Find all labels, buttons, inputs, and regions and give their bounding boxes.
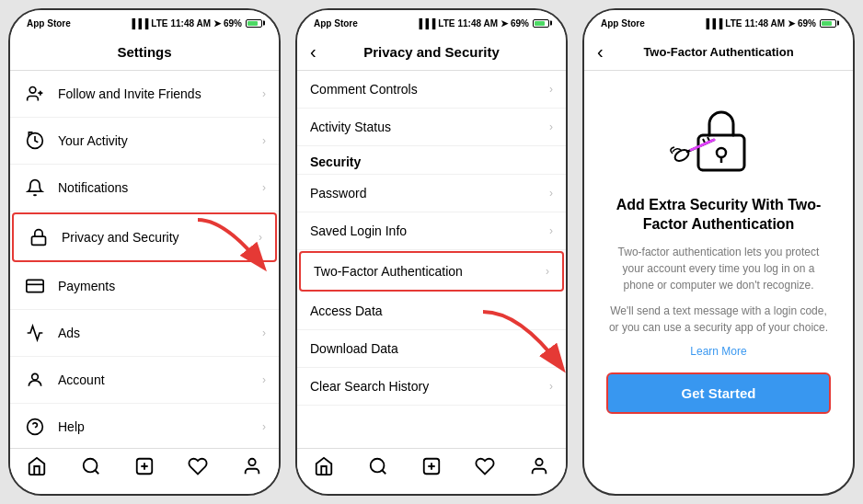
battery-pct-3: 69%: [798, 18, 816, 29]
activity-chevron: ›: [262, 134, 266, 147]
tfa-desc1: Two-factor authentication lets you prote…: [606, 244, 831, 293]
bottom-tab-bar-2: [297, 448, 566, 494]
notifications-icon: [23, 176, 47, 200]
privacy-item-activity[interactable]: Activity Status ›: [297, 109, 566, 146]
arrow-2: ➤: [501, 18, 508, 29]
battery-pct-1: 69%: [224, 18, 242, 29]
battery-icon-1: [246, 19, 262, 28]
tab-like-1[interactable]: [188, 456, 208, 481]
ads-chevron: ›: [262, 326, 266, 339]
privacy-item-2fa[interactable]: Two-Factor Authentication ›: [299, 251, 564, 292]
signal-2: ▐▐▐: [416, 18, 435, 29]
tfa-learn-more[interactable]: Learn More: [690, 345, 746, 358]
bottom-tab-bar-1: [10, 448, 279, 494]
privacy-item-password[interactable]: Password ›: [297, 175, 566, 212]
privacy-item-access[interactable]: Access Data: [297, 292, 566, 330]
tab-home-1[interactable]: [27, 456, 47, 481]
privacy-item-saved-login[interactable]: Saved Login Info ›: [297, 212, 566, 250]
back-button-2[interactable]: ‹: [310, 41, 316, 63]
phone-privacy: App Store ▐▐▐ LTE 11:48 AM ➤ 69% ‹ Priva…: [295, 8, 568, 496]
notifications-chevron: ›: [262, 181, 266, 194]
privacy-menu: Comment Controls › Activity Status › Sec…: [297, 71, 566, 448]
settings-item-ads[interactable]: Ads ›: [10, 310, 279, 357]
tab-home-2[interactable]: [314, 456, 334, 481]
svg-point-24: [535, 459, 542, 465]
activity-icon: [23, 129, 47, 153]
network-1: LTE: [151, 18, 167, 29]
two-fa-label: Two-Factor Authentication: [314, 264, 546, 279]
tab-add-2[interactable]: [421, 456, 442, 481]
two-fa-chevron: ›: [546, 265, 549, 278]
nav-header-3: ‹ Two-Factor Authentication: [584, 34, 853, 71]
account-chevron: ›: [262, 373, 266, 386]
privacy-item-comment[interactable]: Comment Controls ›: [297, 71, 566, 109]
settings-item-account[interactable]: Account ›: [10, 357, 279, 404]
tfa-desc2: We'll send a text message with a login c…: [606, 303, 831, 336]
notifications-label: Notifications: [58, 180, 262, 195]
saved-login-chevron: ›: [549, 224, 553, 237]
carrier-3: App Store: [601, 18, 645, 29]
svg-point-18: [248, 459, 255, 465]
signal-1: ▐▐▐: [129, 18, 148, 29]
battery-fill-2: [535, 21, 545, 26]
svg-line-31: [708, 137, 709, 141]
settings-item-follow[interactable]: Follow and Invite Friends ›: [10, 71, 279, 118]
settings-item-activity[interactable]: Your Activity ›: [10, 118, 279, 165]
activity-status-label: Activity Status: [310, 120, 549, 134]
status-bar-1: App Store ▐▐▐ LTE 11:48 AM ➤ 69%: [10, 10, 279, 34]
password-label: Password: [310, 186, 549, 200]
signal-3: ▐▐▐: [703, 18, 722, 29]
settings-item-notifications[interactable]: Notifications ›: [10, 165, 279, 212]
svg-point-13: [83, 459, 97, 473]
battery-icon-3: [820, 19, 836, 28]
time-3: 11:48 AM: [744, 18, 785, 29]
svg-rect-5: [27, 280, 43, 292]
time-2: 11:48 AM: [457, 18, 498, 29]
settings-item-privacy[interactable]: Privacy and Security ›: [12, 212, 277, 262]
arrow-3: ➤: [788, 18, 795, 29]
settings-menu: Follow and Invite Friends › Your Activit…: [10, 71, 279, 448]
settings-item-help[interactable]: Help ›: [10, 404, 279, 448]
tab-search-2[interactable]: [368, 456, 388, 481]
battery-fill-3: [822, 21, 832, 26]
privacy-icon: [27, 225, 51, 249]
status-right-1: ▐▐▐ LTE 11:48 AM ➤ 69%: [129, 18, 262, 29]
help-icon: [23, 415, 47, 439]
network-2: LTE: [438, 18, 455, 29]
account-label: Account: [58, 372, 262, 387]
status-bar-3: App Store ▐▐▐ LTE 11:48 AM ➤ 69%: [584, 10, 853, 34]
account-icon: [23, 368, 47, 392]
privacy-item-clear[interactable]: Clear Search History ›: [297, 368, 566, 406]
svg-rect-4: [32, 236, 46, 245]
activity-label: Your Activity: [58, 133, 262, 148]
arrow-1: ➤: [213, 18, 221, 29]
nav-header-2: ‹ Privacy and Security: [297, 34, 566, 71]
settings-item-payments[interactable]: Payments: [10, 263, 279, 310]
tab-like-2[interactable]: [475, 456, 495, 481]
payments-label: Payments: [58, 279, 266, 293]
tab-profile-2[interactable]: [529, 456, 549, 481]
page-title-1: Settings: [25, 44, 264, 60]
ads-icon: [23, 321, 47, 345]
tab-add-1[interactable]: [134, 456, 155, 481]
tab-search-1[interactable]: [81, 456, 101, 481]
back-button-3[interactable]: ‹: [597, 41, 604, 63]
svg-point-7: [32, 373, 39, 380]
tfa-content: Add Extra Security With Two-Factor Authe…: [584, 71, 853, 429]
svg-point-26: [717, 148, 726, 157]
privacy-chevron: ›: [259, 231, 262, 244]
carrier-2: App Store: [314, 18, 358, 29]
time-1: 11:48 AM: [170, 18, 211, 29]
privacy-item-download[interactable]: Download Data: [297, 330, 566, 368]
tfa-headline: Add Extra Security With Two-Factor Authe…: [606, 196, 831, 235]
access-label: Access Data: [310, 304, 553, 318]
lock-illustration: [663, 89, 774, 181]
get-started-button[interactable]: Get Started: [606, 372, 831, 414]
svg-line-14: [95, 470, 98, 474]
svg-point-19: [370, 459, 384, 473]
status-bar-2: App Store ▐▐▐ LTE 11:48 AM ➤ 69%: [297, 10, 566, 34]
svg-line-30: [703, 139, 705, 143]
network-3: LTE: [725, 18, 742, 29]
battery-icon-2: [533, 19, 549, 28]
tab-profile-1[interactable]: [242, 456, 262, 481]
